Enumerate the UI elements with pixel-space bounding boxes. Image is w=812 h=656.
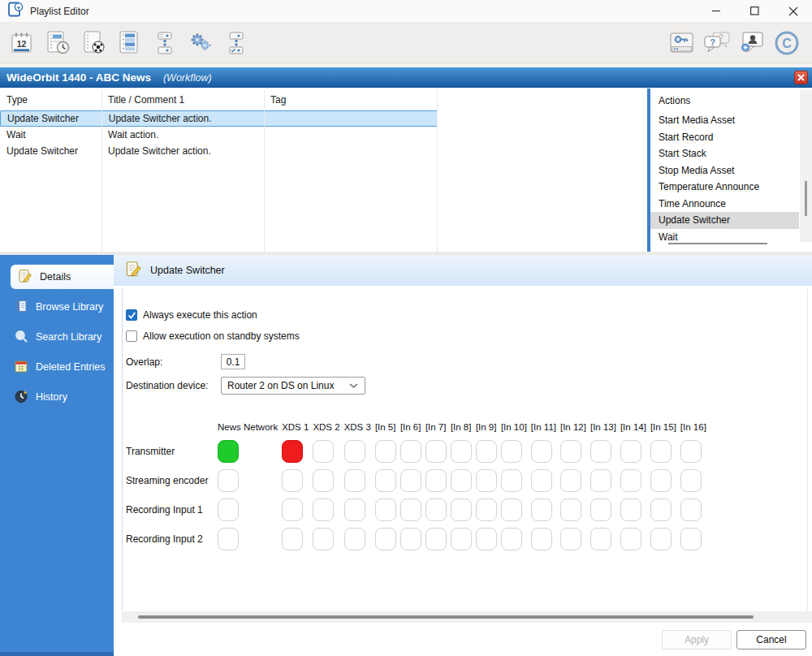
matrix-cell[interactable]: [501, 528, 522, 550]
calendar-icon[interactable]: 12: [6, 27, 37, 59]
matrix-cell[interactable]: [400, 498, 421, 521]
column-header-title[interactable]: Title / Comment 1: [102, 94, 264, 106]
action-item[interactable]: Temperature Announce: [650, 179, 799, 196]
column-header-tag[interactable]: Tag: [264, 94, 437, 106]
sidebar-item-search-library[interactable]: Search Library: [0, 325, 114, 349]
action-item[interactable]: Start Stack: [650, 145, 799, 162]
matrix-cell[interactable]: [620, 528, 641, 550]
login-key-icon[interactable]: [667, 27, 698, 59]
action-item[interactable]: Stop Media Asset: [650, 162, 799, 179]
apply-button[interactable]: Apply: [662, 630, 732, 650]
actions-vertical-scrollbar[interactable]: [800, 90, 812, 242]
matrix-cell[interactable]: [282, 440, 303, 463]
workflow-icon[interactable]: [149, 27, 180, 59]
matrix-cell[interactable]: [375, 498, 396, 521]
matrix-cell[interactable]: [590, 440, 611, 463]
matrix-cell[interactable]: [501, 498, 522, 521]
matrix-cell[interactable]: [531, 440, 552, 463]
cancel-button[interactable]: Cancel: [736, 630, 806, 650]
matrix-cell[interactable]: [451, 440, 472, 463]
matrix-cell[interactable]: [590, 528, 611, 550]
sidebar-item-details[interactable]: Details: [11, 265, 114, 289]
matrix-cell[interactable]: [375, 440, 396, 463]
matrix-cell[interactable]: [680, 469, 702, 492]
matrix-cell[interactable]: [590, 498, 611, 521]
matrix-cell[interactable]: [680, 440, 702, 463]
sidebar-item-history[interactable]: History: [0, 385, 114, 409]
matrix-cell[interactable]: [400, 440, 421, 463]
matrix-cell[interactable]: [375, 528, 396, 550]
matrix-cell[interactable]: [501, 440, 522, 463]
matrix-cell[interactable]: [680, 498, 702, 521]
sidebar-item-deleted-entries[interactable]: Deleted Entries: [0, 355, 114, 379]
matrix-cell[interactable]: [560, 440, 581, 463]
matrix-cell[interactable]: [218, 528, 239, 550]
copyright-icon[interactable]: C: [771, 27, 802, 59]
matrix-cell[interactable]: [650, 440, 672, 463]
action-item[interactable]: Time Announce: [650, 196, 799, 213]
matrix-cell[interactable]: [590, 469, 611, 492]
matrix-cell[interactable]: [476, 528, 497, 550]
column-header-type[interactable]: Type: [0, 94, 102, 106]
action-item[interactable]: Start Record: [650, 129, 799, 146]
matrix-cell[interactable]: [501, 469, 522, 492]
matrix-cell[interactable]: [344, 528, 365, 550]
action-item[interactable]: Start Media Asset: [650, 112, 799, 129]
matrix-cell[interactable]: [451, 528, 472, 550]
matrix-cell[interactable]: [650, 469, 672, 492]
matrix-cell[interactable]: [400, 528, 421, 550]
sports-playlist-icon[interactable]: [78, 27, 109, 59]
matrix-cell[interactable]: [425, 498, 447, 521]
matrix-cell[interactable]: [560, 469, 581, 492]
schedule-clock-icon[interactable]: [42, 27, 73, 59]
matrix-cell[interactable]: [313, 528, 334, 550]
matrix-cell[interactable]: [425, 440, 447, 463]
matrix-cell[interactable]: [344, 498, 365, 521]
matrix-cell[interactable]: [425, 469, 447, 492]
matrix-cell[interactable]: [313, 469, 334, 492]
always-execute-checkbox[interactable]: [126, 309, 137, 321]
matrix-cell[interactable]: [218, 440, 239, 463]
maximize-button[interactable]: [736, 0, 774, 22]
overlap-input[interactable]: [221, 354, 245, 369]
actions-horizontal-scrollbar[interactable]: [660, 243, 798, 246]
matrix-cell[interactable]: [282, 528, 303, 550]
scrollbar-thumb[interactable]: [668, 243, 767, 244]
details-horizontal-scrollbar[interactable]: [122, 611, 812, 623]
matrix-cell[interactable]: [400, 469, 421, 492]
matrix-cell[interactable]: [451, 498, 472, 521]
matrix-cell[interactable]: [531, 498, 552, 521]
matrix-cell[interactable]: [218, 469, 239, 492]
matrix-cell[interactable]: [451, 469, 472, 492]
matrix-cell[interactable]: [650, 528, 672, 550]
matrix-cell[interactable]: [531, 469, 552, 492]
workflow-check-icon[interactable]: [221, 27, 252, 59]
scrollbar-thumb[interactable]: [138, 615, 754, 619]
matrix-cell[interactable]: [560, 528, 581, 550]
matrix-cell[interactable]: [476, 498, 497, 521]
scrollbar-thumb[interactable]: [805, 181, 807, 216]
minimize-button[interactable]: [698, 0, 736, 22]
destination-device-select[interactable]: Router 2 on DS on Linux: [221, 377, 365, 395]
table-row[interactable]: Update SwitcherUpdate Switcher action.: [0, 143, 438, 159]
matrix-cell[interactable]: [650, 498, 672, 521]
matrix-cell[interactable]: [344, 469, 365, 492]
matrix-cell[interactable]: [282, 498, 303, 521]
action-item[interactable]: Update Switcher: [650, 212, 799, 229]
table-row[interactable]: Update SwitcherUpdate Switcher action.: [0, 110, 438, 127]
settings-gears-icon[interactable]: [185, 27, 216, 59]
matrix-cell[interactable]: [476, 469, 497, 492]
matrix-cell[interactable]: [313, 498, 334, 521]
matrix-cell[interactable]: [620, 498, 641, 521]
sidebar-item-browse-library[interactable]: Browse Library: [0, 295, 114, 319]
matrix-cell[interactable]: [425, 528, 447, 550]
matrix-cell[interactable]: [476, 440, 497, 463]
matrix-cell[interactable]: [375, 469, 396, 492]
close-button[interactable]: [774, 0, 812, 22]
playlist-icon[interactable]: [114, 27, 145, 59]
matrix-cell[interactable]: [620, 440, 641, 463]
matrix-cell[interactable]: [531, 528, 552, 550]
matrix-cell[interactable]: [620, 469, 641, 492]
matrix-cell[interactable]: [313, 440, 334, 463]
matrix-cell[interactable]: [680, 528, 702, 550]
